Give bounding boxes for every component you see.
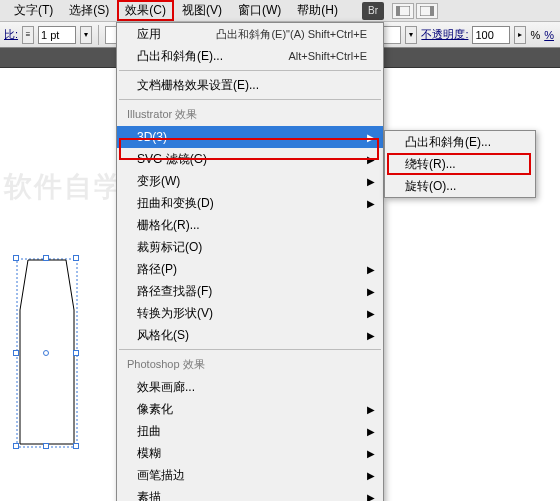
menu-view[interactable]: 视图(V) xyxy=(174,0,230,21)
menu-window[interactable]: 窗口(W) xyxy=(230,0,289,21)
menu-crop-marks[interactable]: 裁剪标记(O) xyxy=(117,236,383,258)
menu-3d[interactable]: 3D(3)▶ xyxy=(117,126,383,148)
menu-warp[interactable]: 变形(W)▶ xyxy=(117,170,383,192)
more-label[interactable]: % xyxy=(544,29,554,41)
submenu-arrow-icon: ▶ xyxy=(367,264,375,275)
menu-doc-raster-settings[interactable]: 文档栅格效果设置(E)... xyxy=(117,74,383,96)
menu-pixelate[interactable]: 像素化▶ xyxy=(117,398,383,420)
stroke-dropdown[interactable]: ▾ xyxy=(80,26,92,44)
menu-label: 画笔描边 xyxy=(137,467,185,484)
menu-label: 像素化 xyxy=(137,401,173,418)
menu-help[interactable]: 帮助(H) xyxy=(289,0,346,21)
submenu-arrow-icon: ▶ xyxy=(367,308,375,319)
menu-shortcut: 凸出和斜角(E)"(A) Shift+Ctrl+E xyxy=(216,27,367,42)
submenu-revolve[interactable]: 绕转(R)... xyxy=(385,153,535,175)
style-dropdown[interactable]: ▾ xyxy=(405,26,417,44)
submenu-arrow-icon: ▶ xyxy=(367,470,375,481)
menu-sketch[interactable]: 素描▶ xyxy=(117,486,383,501)
menu-label: 素描 xyxy=(137,489,161,502)
menu-convert-shape[interactable]: 转换为形状(V)▶ xyxy=(117,302,383,324)
submenu-arrow-icon: ▶ xyxy=(367,330,375,341)
opacity-label: 不透明度: xyxy=(421,27,468,42)
menu-label: 应用 xyxy=(137,26,161,43)
menu-shortcut: Alt+Shift+Ctrl+E xyxy=(288,50,367,62)
menu-separator xyxy=(119,99,381,100)
menu-label: 变形(W) xyxy=(137,173,180,190)
menu-label: 凸出和斜角(E)... xyxy=(137,48,223,65)
menu-brush-strokes[interactable]: 画笔描边▶ xyxy=(117,464,383,486)
menu-label: 转换为形状(V) xyxy=(137,305,213,322)
submenu-arrow-icon: ▶ xyxy=(367,176,375,187)
menu-label: 扭曲和变换(D) xyxy=(137,195,214,212)
submenu-arrow-icon: ▶ xyxy=(367,492,375,502)
submenu-extrude-bevel[interactable]: 凸出和斜角(E)... xyxy=(385,131,535,153)
menu-effect-gallery[interactable]: 效果画廊... xyxy=(117,376,383,398)
menu-label: 裁剪标记(O) xyxy=(137,239,202,256)
menu-label: 文档栅格效果设置(E)... xyxy=(137,77,259,94)
menu-label: 风格化(S) xyxy=(137,327,189,344)
selected-shape[interactable] xyxy=(16,258,78,448)
svg-rect-1 xyxy=(396,6,400,16)
submenu-arrow-icon: ▶ xyxy=(367,154,375,165)
menu-label: 路径(P) xyxy=(137,261,177,278)
submenu-arrow-icon: ▶ xyxy=(367,132,375,143)
menu-label: 路径查找器(F) xyxy=(137,283,212,300)
menu-label: 扭曲 xyxy=(137,423,161,440)
menu-label: 3D(3) xyxy=(137,130,167,144)
menu-extrude-bevel[interactable]: 凸出和斜角(E)... Alt+Shift+Ctrl+E xyxy=(117,45,383,67)
opacity-dropdown[interactable]: ▸ xyxy=(514,26,526,44)
menu-blur[interactable]: 模糊▶ xyxy=(117,442,383,464)
panel-layout-toggles xyxy=(392,3,438,19)
menu-distort[interactable]: 扭曲▶ xyxy=(117,420,383,442)
menu-header-illustrator: Illustrator 效果 xyxy=(117,103,383,126)
submenu-rotate[interactable]: 旋转(O)... xyxy=(385,175,535,197)
menu-label: 栅格化(R)... xyxy=(137,217,200,234)
submenu-arrow-icon: ▶ xyxy=(367,286,375,297)
menu-rasterize[interactable]: 栅格化(R)... xyxy=(117,214,383,236)
menu-stylize-ai[interactable]: 风格化(S)▶ xyxy=(117,324,383,346)
menu-separator xyxy=(119,349,381,350)
menu-distort-transform[interactable]: 扭曲和变换(D)▶ xyxy=(117,192,383,214)
menubar: 文字(T) 选择(S) 效果(C) 视图(V) 窗口(W) 帮助(H) Br xyxy=(0,0,560,22)
menu-label: 模糊 xyxy=(137,445,161,462)
submenu-arrow-icon: ▶ xyxy=(367,198,375,209)
menu-header-photoshop: Photoshop 效果 xyxy=(117,353,383,376)
svg-rect-3 xyxy=(430,6,434,16)
submenu-arrow-icon: ▶ xyxy=(367,448,375,459)
menu-select[interactable]: 选择(S) xyxy=(61,0,117,21)
layout-toggle-1[interactable] xyxy=(392,3,414,19)
opacity-input[interactable] xyxy=(472,26,510,44)
menu-effect[interactable]: 效果(C) xyxy=(117,0,174,21)
menu-label: SVG 滤镜(G) xyxy=(137,151,207,168)
menu-svg-filter[interactable]: SVG 滤镜(G)▶ xyxy=(117,148,383,170)
separator xyxy=(98,25,99,45)
stroke-input[interactable] xyxy=(38,26,76,44)
effect-dropdown: 应用 凸出和斜角(E)"(A) Shift+Ctrl+E 凸出和斜角(E)...… xyxy=(116,22,384,501)
menu-apply-last[interactable]: 应用 凸出和斜角(E)"(A) Shift+Ctrl+E xyxy=(117,23,383,45)
bridge-icon[interactable]: Br xyxy=(362,2,384,20)
submenu-3d: 凸出和斜角(E)... 绕转(R)... 旋转(O)... xyxy=(384,130,536,198)
submenu-arrow-icon: ▶ xyxy=(367,426,375,437)
stroke-stepper[interactable]: ≡ xyxy=(22,26,34,44)
menu-label: 效果画廊... xyxy=(137,379,195,396)
submenu-arrow-icon: ▶ xyxy=(367,404,375,415)
percent-sign: % xyxy=(530,29,540,41)
menu-pathfinder[interactable]: 路径查找器(F)▶ xyxy=(117,280,383,302)
menu-path[interactable]: 路径(P)▶ xyxy=(117,258,383,280)
menu-text[interactable]: 文字(T) xyxy=(6,0,61,21)
stroke-label: 比: xyxy=(4,27,18,42)
layout-toggle-2[interactable] xyxy=(416,3,438,19)
menu-separator xyxy=(119,70,381,71)
